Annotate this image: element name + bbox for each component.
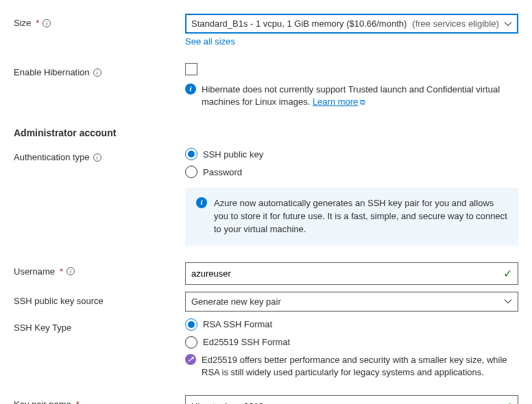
- required-asterisk: *: [60, 266, 63, 277]
- auth-type-password-label: Password: [203, 167, 242, 177]
- auth-type-ssh-radio[interactable]: SSH public key: [185, 148, 518, 160]
- username-input-wrapper: ✓: [185, 262, 518, 285]
- recommendation-icon: ↗: [185, 354, 196, 365]
- admin-section-title: Administrator account: [14, 127, 518, 138]
- size-label-text: Size: [14, 18, 31, 28]
- username-label-text: Username: [14, 266, 55, 277]
- see-all-sizes-link[interactable]: See all sizes: [185, 36, 235, 47]
- hibernation-info-text: Hibernate does not currently support Tru…: [202, 84, 518, 108]
- info-icon[interactable]: i: [66, 267, 75, 275]
- key-pair-name-input-wrapper: ✓: [185, 395, 518, 404]
- auth-type-password-radio[interactable]: Password: [185, 166, 518, 178]
- key-type-ed25519-label: Ed25519 SSH Format: [203, 337, 290, 347]
- ssh-callout-text: Azure now automatically generates an SSH…: [214, 197, 507, 236]
- key-type-label-text: SSH Key Type: [14, 323, 71, 333]
- hibernation-label: Enable Hibernation i: [14, 63, 185, 77]
- hibernation-checkbox[interactable]: [185, 63, 197, 75]
- chevron-down-icon: [504, 20, 512, 28]
- chevron-down-icon: [504, 297, 512, 305]
- check-icon: ✓: [503, 267, 512, 280]
- info-icon: i: [185, 84, 196, 94]
- key-type-rsa-label: RSA SSH Format: [203, 319, 272, 329]
- ssh-callout: i Azure now automatically generates an S…: [185, 188, 518, 246]
- required-asterisk: *: [36, 18, 39, 28]
- radio-icon: [185, 148, 197, 160]
- radio-icon: [185, 318, 197, 331]
- radio-icon: [185, 336, 197, 349]
- key-pair-name-label-text: Key pair name: [14, 399, 71, 404]
- check-icon: ✓: [503, 400, 512, 404]
- auth-type-label: Authentication type i: [14, 148, 185, 162]
- key-source-select[interactable]: Generate new key pair: [185, 292, 518, 312]
- radio-icon: [185, 166, 197, 178]
- hibernation-label-text: Enable Hibernation: [14, 67, 90, 77]
- key-pair-name-input[interactable]: [191, 401, 503, 404]
- required-asterisk: *: [76, 399, 80, 404]
- username-label: Username * i: [14, 262, 185, 277]
- key-type-ed25519-radio[interactable]: Ed25519 SSH Format: [185, 336, 518, 349]
- auth-type-ssh-label: SSH public key: [203, 149, 263, 160]
- username-input[interactable]: [191, 268, 503, 279]
- learn-more-link[interactable]: Learn more⧉: [313, 97, 365, 107]
- key-type-rsa-radio[interactable]: RSA SSH Format: [185, 318, 518, 331]
- info-icon[interactable]: i: [93, 68, 101, 77]
- key-type-note: Ed25519 offers better performance and se…: [202, 354, 518, 379]
- key-source-value: Generate new key pair: [191, 296, 281, 307]
- external-link-icon: ⧉: [360, 97, 365, 108]
- key-pair-name-label: Key pair name *: [14, 395, 185, 404]
- key-type-label: SSH Key Type: [14, 318, 185, 333]
- info-icon[interactable]: i: [93, 153, 101, 162]
- auth-type-radio-group: SSH public key Password: [185, 148, 518, 178]
- info-icon: i: [196, 197, 207, 208]
- size-eligible-hint: (free services eligible): [412, 18, 498, 29]
- key-source-label: SSH public key source: [14, 292, 185, 306]
- size-select[interactable]: Standard_B1s - 1 vcpu, 1 GiB memory ($10…: [185, 14, 518, 34]
- size-select-value: Standard_B1s - 1 vcpu, 1 GiB memory ($10…: [191, 18, 407, 29]
- auth-type-label-text: Authentication type: [14, 152, 90, 162]
- key-type-radio-group: RSA SSH Format Ed25519 SSH Format: [185, 318, 518, 349]
- key-source-label-text: SSH public key source: [14, 296, 104, 306]
- size-label: Size * i: [14, 14, 185, 28]
- info-icon[interactable]: i: [43, 19, 51, 27]
